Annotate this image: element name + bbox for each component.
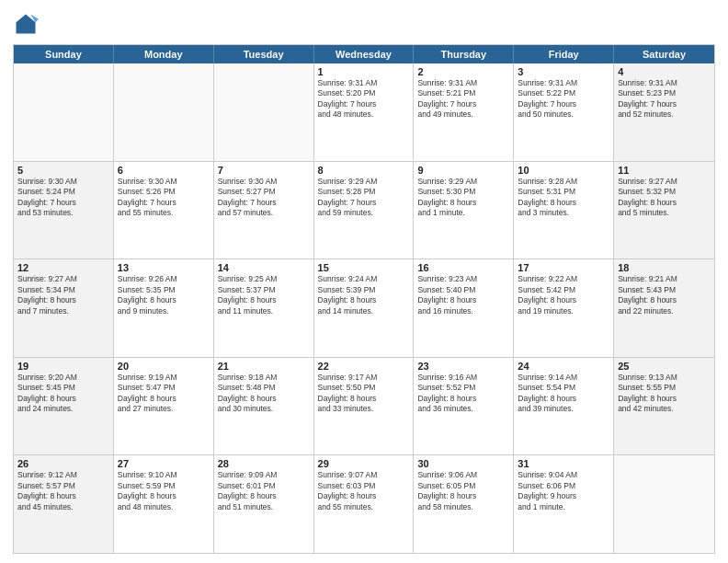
calendar-row: 26Sunrise: 9:12 AM Sunset: 5:57 PM Dayli… — [14, 454, 714, 553]
cell-info: Sunrise: 9:31 AM Sunset: 5:21 PM Dayligh… — [417, 78, 509, 121]
day-number: 22 — [318, 361, 410, 372]
logo — [13, 11, 42, 37]
day-number: 26 — [17, 458, 109, 469]
cell-info: Sunrise: 9:21 AM Sunset: 5:43 PM Dayligh… — [618, 274, 711, 316]
cell-info: Sunrise: 9:30 AM Sunset: 5:26 PM Dayligh… — [118, 177, 210, 219]
day-number: 24 — [518, 361, 609, 372]
day-number: 9 — [417, 165, 509, 176]
calendar-cell: 11Sunrise: 9:27 AM Sunset: 5:32 PM Dayli… — [614, 162, 714, 259]
cell-info: Sunrise: 9:29 AM Sunset: 5:28 PM Dayligh… — [318, 177, 410, 219]
day-number: 20 — [118, 361, 210, 372]
calendar-cell: 9Sunrise: 9:29 AM Sunset: 5:30 PM Daylig… — [414, 162, 514, 259]
cell-info: Sunrise: 9:28 AM Sunset: 5:31 PM Dayligh… — [518, 177, 609, 219]
cell-info: Sunrise: 9:19 AM Sunset: 5:47 PM Dayligh… — [118, 373, 210, 415]
day-number: 8 — [318, 165, 410, 176]
calendar-cell: 30Sunrise: 9:06 AM Sunset: 6:05 PM Dayli… — [414, 455, 514, 553]
day-number: 17 — [518, 262, 609, 273]
cell-info: Sunrise: 9:22 AM Sunset: 5:42 PM Dayligh… — [518, 274, 609, 316]
calendar-cell: 13Sunrise: 9:26 AM Sunset: 5:35 PM Dayli… — [114, 259, 214, 357]
calendar-cell: 10Sunrise: 9:28 AM Sunset: 5:31 PM Dayli… — [514, 162, 614, 259]
calendar-cell: 18Sunrise: 9:21 AM Sunset: 5:43 PM Dayli… — [614, 259, 714, 357]
calendar-cell: 14Sunrise: 9:25 AM Sunset: 5:37 PM Dayli… — [214, 259, 314, 357]
calendar-cell: 21Sunrise: 9:18 AM Sunset: 5:48 PM Dayli… — [214, 358, 314, 455]
calendar-cell: 31Sunrise: 9:04 AM Sunset: 6:06 PM Dayli… — [514, 455, 614, 553]
day-number: 25 — [618, 361, 711, 372]
day-number: 21 — [218, 361, 310, 372]
day-number: 3 — [518, 66, 609, 77]
calendar-row: 1Sunrise: 9:31 AM Sunset: 5:20 PM Daylig… — [14, 63, 714, 161]
cell-info: Sunrise: 9:27 AM Sunset: 5:32 PM Dayligh… — [618, 177, 711, 219]
cell-info: Sunrise: 9:09 AM Sunset: 6:01 PM Dayligh… — [218, 470, 310, 512]
calendar-cell: 12Sunrise: 9:27 AM Sunset: 5:34 PM Dayli… — [14, 259, 114, 357]
cell-info: Sunrise: 9:31 AM Sunset: 5:20 PM Dayligh… — [318, 78, 410, 121]
cell-info: Sunrise: 9:30 AM Sunset: 5:24 PM Dayligh… — [17, 177, 109, 219]
cell-info: Sunrise: 9:31 AM Sunset: 5:23 PM Dayligh… — [618, 78, 711, 121]
cell-info: Sunrise: 9:27 AM Sunset: 5:34 PM Dayligh… — [17, 274, 109, 316]
cell-info: Sunrise: 9:25 AM Sunset: 5:37 PM Dayligh… — [218, 274, 310, 316]
calendar-cell: 28Sunrise: 9:09 AM Sunset: 6:01 PM Dayli… — [214, 455, 314, 553]
calendar-cell: 23Sunrise: 9:16 AM Sunset: 5:52 PM Dayli… — [414, 358, 514, 455]
weekday-header: Monday — [114, 45, 214, 63]
cell-info: Sunrise: 9:10 AM Sunset: 5:59 PM Dayligh… — [118, 470, 210, 512]
calendar-cell: 3Sunrise: 9:31 AM Sunset: 5:22 PM Daylig… — [514, 63, 614, 161]
cell-info: Sunrise: 9:16 AM Sunset: 5:52 PM Dayligh… — [417, 373, 509, 415]
weekday-header: Wednesday — [314, 45, 415, 63]
cell-info: Sunrise: 9:20 AM Sunset: 5:45 PM Dayligh… — [17, 373, 109, 415]
calendar-cell: 2Sunrise: 9:31 AM Sunset: 5:21 PM Daylig… — [414, 63, 514, 161]
day-number: 18 — [618, 262, 711, 273]
cell-info: Sunrise: 9:17 AM Sunset: 5:50 PM Dayligh… — [318, 373, 410, 415]
day-number: 13 — [118, 262, 210, 273]
day-number: 5 — [17, 165, 109, 176]
cell-info: Sunrise: 9:13 AM Sunset: 5:55 PM Dayligh… — [618, 373, 711, 415]
cell-info: Sunrise: 9:07 AM Sunset: 6:03 PM Dayligh… — [318, 470, 410, 512]
calendar-cell: 1Sunrise: 9:31 AM Sunset: 5:20 PM Daylig… — [314, 63, 415, 161]
calendar-cell: 25Sunrise: 9:13 AM Sunset: 5:55 PM Dayli… — [614, 358, 714, 455]
calendar-cell: 6Sunrise: 9:30 AM Sunset: 5:26 PM Daylig… — [114, 162, 214, 259]
calendar-cell: 26Sunrise: 9:12 AM Sunset: 5:57 PM Dayli… — [14, 455, 114, 553]
logo-icon — [13, 11, 39, 37]
calendar-cell: 22Sunrise: 9:17 AM Sunset: 5:50 PM Dayli… — [314, 358, 415, 455]
calendar-cell: 4Sunrise: 9:31 AM Sunset: 5:23 PM Daylig… — [614, 63, 714, 161]
calendar: SundayMondayTuesdayWednesdayThursdayFrid… — [13, 44, 715, 554]
calendar-cell: 15Sunrise: 9:24 AM Sunset: 5:39 PM Dayli… — [314, 259, 415, 357]
day-number: 15 — [318, 262, 410, 273]
calendar-cell: 29Sunrise: 9:07 AM Sunset: 6:03 PM Dayli… — [314, 455, 415, 553]
day-number: 23 — [417, 361, 509, 372]
calendar-row: 12Sunrise: 9:27 AM Sunset: 5:34 PM Dayli… — [14, 259, 714, 357]
calendar-cell: 24Sunrise: 9:14 AM Sunset: 5:54 PM Dayli… — [514, 358, 614, 455]
calendar-cell: 17Sunrise: 9:22 AM Sunset: 5:42 PM Dayli… — [514, 259, 614, 357]
day-number: 1 — [318, 66, 410, 77]
weekday-header: Saturday — [614, 45, 714, 63]
calendar-header: SundayMondayTuesdayWednesdayThursdayFrid… — [14, 45, 714, 63]
day-number: 11 — [618, 165, 711, 176]
calendar-cell — [14, 63, 114, 161]
cell-info: Sunrise: 9:12 AM Sunset: 5:57 PM Dayligh… — [17, 470, 109, 512]
header — [13, 11, 715, 37]
cell-info: Sunrise: 9:18 AM Sunset: 5:48 PM Dayligh… — [218, 373, 310, 415]
calendar-cell: 8Sunrise: 9:29 AM Sunset: 5:28 PM Daylig… — [314, 162, 415, 259]
calendar-body: 1Sunrise: 9:31 AM Sunset: 5:20 PM Daylig… — [14, 63, 714, 553]
cell-info: Sunrise: 9:14 AM Sunset: 5:54 PM Dayligh… — [518, 373, 609, 415]
cell-info: Sunrise: 9:26 AM Sunset: 5:35 PM Dayligh… — [118, 274, 210, 316]
cell-info: Sunrise: 9:06 AM Sunset: 6:05 PM Dayligh… — [417, 470, 509, 512]
day-number: 7 — [218, 165, 310, 176]
calendar-cell — [114, 63, 214, 161]
cell-info: Sunrise: 9:29 AM Sunset: 5:30 PM Dayligh… — [417, 177, 509, 219]
page: SundayMondayTuesdayWednesdayThursdayFrid… — [0, 0, 728, 563]
calendar-cell: 19Sunrise: 9:20 AM Sunset: 5:45 PM Dayli… — [14, 358, 114, 455]
weekday-header: Tuesday — [214, 45, 314, 63]
day-number: 12 — [17, 262, 109, 273]
day-number: 28 — [218, 458, 310, 469]
day-number: 16 — [417, 262, 509, 273]
day-number: 31 — [518, 458, 609, 469]
calendar-row: 5Sunrise: 9:30 AM Sunset: 5:24 PM Daylig… — [14, 161, 714, 259]
calendar-cell — [214, 63, 314, 161]
cell-info: Sunrise: 9:04 AM Sunset: 6:06 PM Dayligh… — [518, 470, 609, 512]
cell-info: Sunrise: 9:31 AM Sunset: 5:22 PM Dayligh… — [518, 78, 609, 121]
calendar-cell: 5Sunrise: 9:30 AM Sunset: 5:24 PM Daylig… — [14, 162, 114, 259]
calendar-row: 19Sunrise: 9:20 AM Sunset: 5:45 PM Dayli… — [14, 357, 714, 455]
cell-info: Sunrise: 9:30 AM Sunset: 5:27 PM Dayligh… — [218, 177, 310, 219]
weekday-header: Sunday — [14, 45, 114, 63]
cell-info: Sunrise: 9:24 AM Sunset: 5:39 PM Dayligh… — [318, 274, 410, 316]
calendar-cell: 27Sunrise: 9:10 AM Sunset: 5:59 PM Dayli… — [114, 455, 214, 553]
